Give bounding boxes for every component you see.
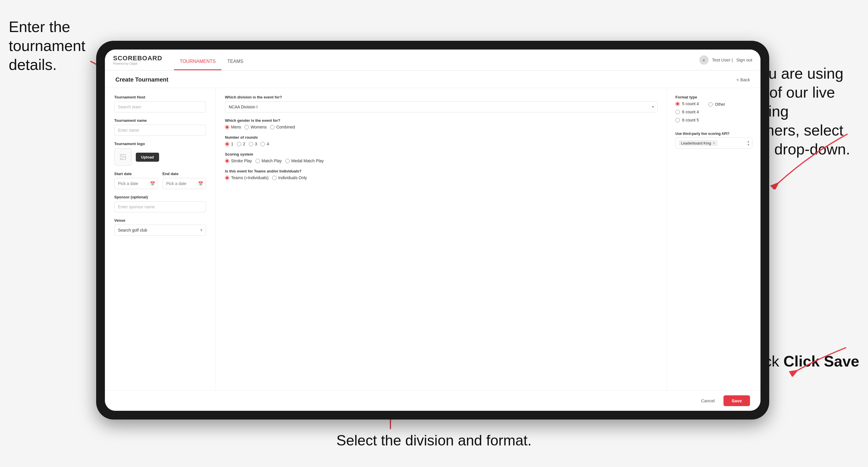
tournament-name-input[interactable] <box>114 125 206 136</box>
back-link[interactable]: < Back <box>737 77 750 82</box>
live-scoring-tag-close[interactable]: × <box>713 141 715 145</box>
event-type-individuals-option[interactable]: Individuals Only <box>272 176 307 180</box>
annotation-division-format: Select the division and format. <box>337 432 532 450</box>
nav-tabs: TOURNAMENTS TEAMS <box>174 50 249 70</box>
form-body: Tournament Host Tournament name Tourname… <box>105 88 761 391</box>
live-scoring-group: Use third-party live scoring API? Leader… <box>675 132 752 149</box>
user-label: Test User | <box>712 57 733 62</box>
tournament-logo-label: Tournament logo <box>114 142 206 146</box>
event-type-radio-group: Teams (+Individuals) Individuals Only <box>225 176 658 180</box>
rounds-1-option[interactable]: 1 <box>225 142 234 146</box>
upload-button[interactable]: Upload <box>136 153 159 162</box>
logo-placeholder-icon <box>114 148 132 166</box>
division-select-wrap: NCAA Division I NCAA Division II NCAA Di… <box>225 101 658 113</box>
tournament-name-group: Tournament name <box>114 118 206 136</box>
format-6count5-option[interactable]: 6 count 5 <box>675 118 699 122</box>
scoring-radio-group: Stroke Play Match Play Medal Match Play <box>225 158 658 163</box>
format-other-option[interactable]: Other <box>708 102 725 106</box>
form-footer: Cancel Save <box>105 391 761 411</box>
end-date-wrap: 📅 <box>163 178 206 189</box>
event-type-group: Is this event for Teams and/or Individua… <box>225 169 658 180</box>
tournament-host-group: Tournament Host <box>114 95 206 113</box>
live-scoring-arrows: ▲ ▼ <box>747 140 750 147</box>
rounds-group: Number of rounds 1 2 3 <box>225 135 658 146</box>
tournament-host-input[interactable] <box>114 101 206 113</box>
format-type-group: Format type 5 count 4 6 count 4 <box>675 95 752 126</box>
rounds-3-option[interactable]: 3 <box>249 142 257 146</box>
format-type-options-wrap: 5 count 4 6 count 4 6 count 5 <box>675 101 752 126</box>
end-date-label: End date <box>163 172 206 176</box>
tablet-screen: SCOREBOARD Powered by Clippit TOURNAMENT… <box>105 50 761 411</box>
format-type-other-wrap: Other <box>708 102 725 110</box>
form-left-col: Tournament Host Tournament name Tourname… <box>105 88 216 391</box>
venue-label: Venue <box>114 218 206 223</box>
gender-womens-option[interactable]: Womens <box>244 125 267 129</box>
venue-select-wrap: Search golf club ▼ <box>114 225 206 236</box>
division-select[interactable]: NCAA Division I NCAA Division II NCAA Di… <box>225 101 658 113</box>
gender-combined-option[interactable]: Combined <box>270 125 295 129</box>
page-header: Create Tournament < Back <box>105 70 761 88</box>
start-date-input[interactable] <box>114 178 158 189</box>
save-button[interactable]: Save <box>723 395 750 406</box>
scoring-medal-match-option[interactable]: Medal Match Play <box>285 158 324 163</box>
live-scoring-label: Use third-party live scoring API? <box>675 132 752 136</box>
event-type-teams-option[interactable]: Teams (+Individuals) <box>225 176 269 180</box>
rounds-4-option[interactable]: 4 <box>260 142 269 146</box>
svg-point-1 <box>122 156 122 156</box>
start-date-label: Start date <box>114 172 158 176</box>
end-date-input[interactable] <box>163 178 206 189</box>
venue-select[interactable]: Search golf club <box>114 225 206 236</box>
app-nav: SCOREBOARD Powered by Clippit TOURNAMENT… <box>105 50 761 70</box>
format-5count4-option[interactable]: 5 count 4 <box>675 101 699 106</box>
live-scoring-select-wrap: Leaderboard King × ▲ ▼ <box>675 137 752 149</box>
dates-group: Start date 📅 End date 📅 <box>114 172 206 189</box>
annotation-tournament-details: Enter the tournament details. <box>9 18 102 74</box>
format-type-count-options: 5 count 4 6 count 4 6 count 5 <box>675 101 699 126</box>
form-middle-col: Which division is the event for? NCAA Di… <box>216 88 667 391</box>
end-date-group: End date 📅 <box>163 172 206 189</box>
tournament-logo-group: Tournament logo Upload <box>114 142 206 166</box>
start-date-wrap: 📅 <box>114 178 158 189</box>
rounds-radio-group: 1 2 3 4 <box>225 142 658 146</box>
venue-group: Venue Search golf club ▼ <box>114 218 206 236</box>
sign-out-link[interactable]: Sign out <box>736 57 752 62</box>
gender-group: Which gender is the event for? Mens Wome… <box>225 118 658 129</box>
division-label: Which division is the event for? <box>225 95 658 99</box>
app-logo: SCOREBOARD Powered by Clippit <box>113 55 162 65</box>
nav-right: ● Test User | Sign out <box>699 55 752 65</box>
format-6count4-option[interactable]: 6 count 4 <box>675 110 699 114</box>
scoring-match-option[interactable]: Match Play <box>255 158 282 163</box>
live-scoring-tag: Leaderboard King × <box>679 140 718 146</box>
logo-upload-area: Upload <box>114 148 206 166</box>
start-date-group: Start date 📅 <box>114 172 158 189</box>
tournament-host-label: Tournament Host <box>114 95 206 99</box>
scoring-stroke-option[interactable]: Stroke Play <box>225 158 252 163</box>
scoring-system-group: Scoring system Stroke Play Match Play <box>225 152 658 163</box>
event-type-label: Is this event for Teams and/or Individua… <box>225 169 658 173</box>
tab-teams[interactable]: TEAMS <box>221 50 249 70</box>
rounds-label: Number of rounds <box>225 135 658 139</box>
page-title: Create Tournament <box>115 76 168 83</box>
division-group: Which division is the event for? NCAA Di… <box>225 95 658 113</box>
gender-radio-group: Mens Womens Combined <box>225 125 658 129</box>
scoring-system-label: Scoring system <box>225 152 658 156</box>
gender-mens-option[interactable]: Mens <box>225 125 241 129</box>
sponsor-group: Sponsor (optional) <box>114 195 206 212</box>
rounds-2-option[interactable]: 2 <box>237 142 245 146</box>
tablet-frame: SCOREBOARD Powered by Clippit TOURNAMENT… <box>96 41 769 419</box>
gender-label: Which gender is the event for? <box>225 118 658 123</box>
live-scoring-select[interactable]: Leaderboard King × <box>675 137 752 149</box>
sponsor-label: Sponsor (optional) <box>114 195 206 199</box>
cancel-button[interactable]: Cancel <box>696 396 719 406</box>
tab-tournaments[interactable]: TOURNAMENTS <box>174 50 221 70</box>
tournament-name-label: Tournament name <box>114 118 206 123</box>
form-right-col: Format type 5 count 4 6 count 4 <box>667 88 761 391</box>
sponsor-input[interactable] <box>114 201 206 212</box>
user-avatar: ● <box>699 55 709 65</box>
format-type-label: Format type <box>675 95 752 99</box>
